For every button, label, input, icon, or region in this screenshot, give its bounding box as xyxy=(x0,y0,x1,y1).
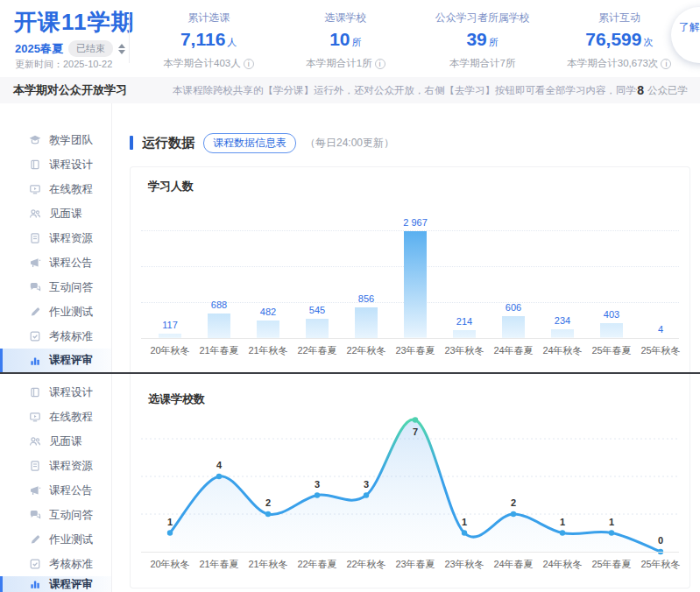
page-title: 开课11学期 xyxy=(14,7,135,38)
sidebar-item-assessment-criteria[interactable]: 考核标准 xyxy=(0,324,111,349)
line-x-axis xyxy=(141,552,679,553)
stat-label: 累计互动 xyxy=(551,11,688,25)
info-icon[interactable]: i xyxy=(375,59,385,69)
bar-20年秋冬[interactable] xyxy=(159,334,181,338)
sidebar-item-meeting-class[interactable]: 见面课 xyxy=(0,429,111,454)
line-x-tick: 23年秋冬 xyxy=(440,558,489,571)
bar-23年春夏[interactable] xyxy=(404,231,427,338)
line-point-24年春夏[interactable] xyxy=(511,511,516,517)
bar-25年春夏[interactable] xyxy=(600,323,623,338)
sidebar-item-label: 课程资源 xyxy=(49,459,93,474)
sidebar-item-homework-test[interactable]: 作业测试 xyxy=(0,527,111,552)
pencil-icon xyxy=(29,306,41,318)
book-icon xyxy=(29,386,41,398)
semester-caret-icon[interactable] xyxy=(118,44,125,54)
line-point-25年春夏[interactable] xyxy=(609,530,614,535)
bar-24年秋冬[interactable] xyxy=(551,329,574,338)
line-x-tick: 22年春夏 xyxy=(293,558,342,571)
course-data-table-button[interactable]: 课程数据信息表 xyxy=(203,133,296,153)
line-point-23年春夏[interactable] xyxy=(413,417,418,422)
sidebar-item-course-resources[interactable]: 课程资源 xyxy=(0,226,111,250)
sidebar-item-assessment-criteria[interactable]: 考核标准 xyxy=(0,552,111,576)
sidebar-item-qa[interactable]: 互动问答 xyxy=(0,275,111,300)
updated-time: 更新时间：2025-10-22 xyxy=(15,58,112,71)
line-value-label: 0 xyxy=(658,535,663,546)
book-icon xyxy=(29,159,41,171)
line-point-22年春夏[interactable] xyxy=(315,492,320,497)
sidebar-item-course-resources[interactable]: 课程资源 xyxy=(0,454,111,478)
users-icon xyxy=(29,435,41,448)
notice-body: 本课程除跨校共享的【学分课】运行外，还对公众开放，右侧【去学习】按钮即可看全部学… xyxy=(173,84,637,97)
line-x-tick: 23年春夏 xyxy=(391,558,440,571)
learners-chart-card[interactable]: 学习人数 11720年秋冬68821年春夏48221年秋冬54522年春夏856… xyxy=(130,166,690,373)
sidebar-item-online-course[interactable]: 在线教程 xyxy=(0,405,111,429)
info-icon[interactable]: i xyxy=(244,59,254,69)
header-divider xyxy=(129,12,130,63)
stats-row: 累计选课 7,116人 本学期合计403人i选课学校 10所 本学期合计1所i公… xyxy=(140,9,688,72)
check-icon xyxy=(29,330,41,342)
sidebar-item-course-review[interactable]: 课程评审 xyxy=(0,349,111,372)
bar-x-tick: 20年秋冬 xyxy=(145,344,194,357)
bar-21年春夏[interactable] xyxy=(208,314,230,338)
bar-21年秋冬[interactable] xyxy=(257,321,279,338)
sidebar-item-course-announcement[interactable]: 课程公告 xyxy=(0,250,111,275)
bar-x-tick: 21年春夏 xyxy=(194,344,244,357)
sidebar-item-course-review[interactable]: 课程评审 xyxy=(0,576,111,592)
line-value-label: 1 xyxy=(609,517,614,527)
semester-selector[interactable]: 2025春夏 已结束 xyxy=(15,40,125,57)
sidebar-item-teaching-team[interactable]: 教学团队 xyxy=(0,128,111,152)
sidebar-item-course-announcement[interactable]: 课程公告 xyxy=(0,478,111,503)
line-point-24年秋冬[interactable] xyxy=(560,530,565,535)
sidebar-item-label: 课程资源 xyxy=(49,231,93,246)
sidebar-item-label: 作业测试 xyxy=(49,305,93,320)
sidebar-item-label: 在线教程 xyxy=(49,182,93,197)
line-point-20年秋冬[interactable] xyxy=(167,530,173,535)
sidebar-item-course-design[interactable]: 课程设计 xyxy=(0,380,111,405)
sidebar-item-label: 课程评审 xyxy=(49,577,93,592)
bar-value-label: 403 xyxy=(587,309,636,320)
info-icon[interactable]: i xyxy=(661,59,671,69)
bar-24年春夏[interactable] xyxy=(502,316,525,338)
schools-chart-card[interactable]: 选课学校数 1423371211020年秋冬21年春夏21年秋冬22年春夏22年… xyxy=(130,374,690,588)
stat-value: 7,116人 xyxy=(140,29,277,50)
bar-value-label: 2 967 xyxy=(391,217,440,228)
line-x-tick: 22年秋冬 xyxy=(342,558,391,571)
pencil-icon xyxy=(29,533,41,546)
line-point-21年秋冬[interactable] xyxy=(265,511,271,517)
bar-22年春夏[interactable] xyxy=(306,319,329,338)
bar-x-tick: 24年秋冬 xyxy=(538,344,587,357)
stat-sub: 本学期合计1所i xyxy=(277,57,414,70)
bar-x-tick: 21年秋冬 xyxy=(244,344,293,357)
bar-x-tick: 22年秋冬 xyxy=(342,344,391,357)
chat-icon xyxy=(29,281,41,293)
sidebar-item-homework-test[interactable]: 作业测试 xyxy=(0,300,111,324)
bar-value-label: 214 xyxy=(440,316,489,327)
bar-chart-plot: 11720年秋冬68821年春夏48221年秋冬54522年春夏85622年秋冬… xyxy=(131,167,689,373)
bar-23年秋冬[interactable] xyxy=(453,330,476,338)
stat-value: 10所 xyxy=(277,29,414,50)
line-x-tick: 24年春夏 xyxy=(489,558,538,571)
monitor-icon xyxy=(29,411,41,423)
line-chart-plot: 1423371211020年秋冬21年春夏21年秋冬22年春夏22年秋冬23年春… xyxy=(131,374,689,588)
sidebar-item-online-course[interactable]: 在线教程 xyxy=(0,177,111,201)
sidebar-item-meeting-class[interactable]: 见面课 xyxy=(0,201,111,226)
sidebar-divider-2 xyxy=(111,374,112,592)
line-x-tick: 24年秋冬 xyxy=(538,558,587,571)
sidebar-item-qa[interactable]: 互动问答 xyxy=(0,503,111,527)
sidebar-item-label: 作业测试 xyxy=(49,532,93,547)
section-title-row: 运行数据 课程数据信息表 （每日24:00更新） xyxy=(130,133,394,152)
line-x-tick: 25年春夏 xyxy=(587,558,636,571)
sidebar-item-label: 课程评审 xyxy=(49,353,93,368)
bar-value-label: 482 xyxy=(244,307,293,317)
bar-x-tick: 24年春夏 xyxy=(489,344,538,357)
public-learned-label: 公众已学 xyxy=(647,84,688,97)
bar-22年秋冬[interactable] xyxy=(355,307,378,338)
line-point-21年春夏[interactable] xyxy=(216,474,222,479)
bar-value-label: 606 xyxy=(489,302,538,313)
sidebar-item-course-design[interactable]: 课程设计 xyxy=(0,152,111,177)
chart-icon xyxy=(29,578,41,590)
bar-value-label: 234 xyxy=(538,315,587,326)
line-point-22年秋冬[interactable] xyxy=(364,492,369,497)
line-point-23年秋冬[interactable] xyxy=(462,530,467,535)
status-badge: 已结束 xyxy=(68,40,113,57)
